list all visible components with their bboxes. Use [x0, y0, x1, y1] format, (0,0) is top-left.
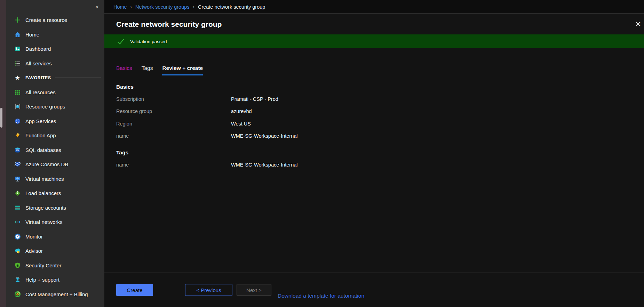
- sidebar-item-dashboard[interactable]: Dashboard: [6, 42, 104, 56]
- sidebar-item-app-services[interactable]: App Services: [6, 114, 104, 129]
- section-title-basics: Basics: [116, 84, 644, 90]
- row-label: name: [116, 133, 231, 139]
- sidebar-item-label: All services: [25, 60, 52, 66]
- sidebar-item-label: Security Center: [25, 262, 61, 268]
- sidebar-item-label: App Services: [25, 118, 56, 124]
- sidebar-item-label: SQL databases: [25, 147, 61, 153]
- sidebar-item-help-support[interactable]: Help + support: [6, 273, 104, 287]
- dashboard-icon: [14, 46, 21, 52]
- sidebar-item-label: Help + support: [25, 277, 59, 283]
- svg-text:SQL: SQL: [16, 150, 19, 151]
- advisor-icon: [14, 248, 21, 254]
- resource-groups-icon: [14, 103, 21, 110]
- sidebar-item-label: Create a resource: [25, 17, 67, 23]
- breadcrumb: Home › Network security groups › Create …: [104, 0, 644, 14]
- validation-banner-text: Validation passed: [130, 39, 167, 44]
- load-balancers-icon: [14, 190, 21, 196]
- sidebar-item-label: Home: [25, 32, 39, 38]
- sidebar-item-monitor[interactable]: Monitor: [6, 229, 104, 244]
- section-title-tags: Tags: [116, 150, 644, 156]
- review-row-tag-name: name WME-SG-Workspace-Internal: [116, 159, 644, 171]
- monitor-icon: [14, 233, 21, 240]
- tab-tags[interactable]: Tags: [142, 65, 153, 75]
- validation-banner: Validation passed: [104, 34, 644, 48]
- sidebar-item-label: All resources: [25, 89, 56, 95]
- home-icon: [14, 31, 21, 38]
- breadcrumb-current: Create network security group: [198, 4, 265, 10]
- download-template-link[interactable]: Download a template for automation: [278, 293, 364, 299]
- sidebar-item-label: Advisor: [25, 248, 43, 254]
- close-icon[interactable]: ✕: [633, 21, 643, 28]
- row-value: West US: [231, 121, 251, 127]
- sidebar-item-label: Resource groups: [25, 104, 65, 110]
- sidebar-item-label: Storage accounts: [25, 205, 66, 211]
- row-value: azurevhd: [231, 108, 252, 114]
- sidebar-item-storage-accounts[interactable]: Storage accounts: [6, 201, 104, 215]
- virtual-machines-icon: [14, 176, 21, 182]
- row-label: Region: [116, 121, 231, 127]
- favorites-divider: [55, 78, 101, 78]
- row-value: WME-SG-Workspace-Internal: [231, 133, 298, 139]
- breadcrumb-nsg-link[interactable]: Network security groups: [135, 4, 190, 10]
- breadcrumb-home-link[interactable]: Home: [113, 4, 127, 10]
- previous-button[interactable]: < Previous: [185, 284, 232, 296]
- create-button[interactable]: Create: [116, 284, 153, 296]
- cosmos-db-icon: [14, 161, 21, 168]
- main-panel: Home › Network security groups › Create …: [104, 0, 644, 307]
- tab-review-create[interactable]: Review + create: [162, 65, 203, 75]
- sidebar-item-load-balancers[interactable]: Load balancers: [6, 186, 104, 201]
- breadcrumb-separator: ›: [130, 4, 132, 9]
- check-icon: [117, 38, 125, 45]
- all-resources-icon: [14, 89, 21, 96]
- sidebar-item-function-app[interactable]: Function App: [6, 128, 104, 143]
- favorites-header: ★ FAVORITES: [6, 71, 104, 85]
- tags-rows: name WME-SG-Workspace-Internal: [116, 159, 644, 171]
- sidebar-item-label: Virtual machines: [25, 176, 64, 182]
- sidebar-item-label: Monitor: [25, 234, 43, 240]
- review-row-name: name WME-SG-Workspace-Internal: [116, 130, 644, 143]
- sidebar-item-azure-cosmos-db[interactable]: Azure Cosmos DB: [6, 157, 104, 172]
- scrollbar-thumb[interactable]: [0, 108, 2, 128]
- sidebar-item-all-services[interactable]: All services: [6, 56, 104, 71]
- plus-icon: [14, 17, 21, 23]
- next-button[interactable]: Next >: [237, 284, 271, 296]
- help-support-icon: [14, 276, 21, 283]
- row-label: Resource group: [116, 108, 231, 114]
- sidebar-item-create-a-resource[interactable]: Create a resource: [6, 13, 104, 27]
- favorites-label: FAVORITES: [25, 75, 51, 80]
- row-value: Pramati - CSP - Prod: [231, 96, 278, 102]
- storage-accounts-icon: [14, 204, 21, 211]
- star-icon: ★: [14, 74, 21, 81]
- row-value: WME-SG-Workspace-Internal: [231, 162, 298, 168]
- sidebar-item-label: Cost Management + Billing: [25, 291, 88, 297]
- sidebar-item-virtual-machines[interactable]: Virtual machines: [6, 172, 104, 186]
- virtual-networks-icon: [14, 219, 21, 225]
- cost-management-icon: $: [14, 291, 21, 298]
- review-row-region: Region West US: [116, 118, 644, 130]
- sidebar-item-resource-groups[interactable]: Resource groups: [6, 99, 104, 114]
- sidebar-item-label: Azure Cosmos DB: [25, 161, 68, 167]
- sidebar-item-virtual-networks[interactable]: Virtual networks: [6, 215, 104, 229]
- sidebar-item-cost-management-billing[interactable]: $ Cost Management + Billing: [6, 287, 104, 302]
- tab-basics[interactable]: Basics: [116, 65, 132, 75]
- review-content: Basics Tags Review + create Basics Subsc…: [104, 48, 644, 307]
- sidebar-item-security-center[interactable]: Security Center: [6, 258, 104, 273]
- sidebar-item-home[interactable]: Home: [6, 27, 104, 42]
- row-label: Subscription: [116, 96, 231, 102]
- footer-action-bar: Create < Previous Next > Download a temp…: [104, 273, 644, 307]
- review-row-subscription: Subscription Pramati - CSP - Prod: [116, 93, 644, 105]
- page-title: Create network security group: [116, 20, 222, 29]
- left-edge-strip: [0, 0, 6, 307]
- tab-bar: Basics Tags Review + create: [116, 65, 644, 75]
- sidebar-item-label: Function App: [25, 132, 56, 138]
- sidebar-item-advisor[interactable]: Advisor: [6, 244, 104, 258]
- all-services-icon: [14, 60, 21, 67]
- sidebar-item-label: Load balancers: [25, 190, 61, 196]
- sql-databases-icon: SQL: [14, 147, 21, 153]
- sidebar-item-label: Virtual networks: [25, 219, 62, 225]
- collapse-sidebar-icon[interactable]: «: [95, 3, 99, 10]
- sidebar-item-sql-databases[interactable]: SQL SQL databases: [6, 143, 104, 157]
- sidebar-item-label: Dashboard: [25, 46, 51, 52]
- app-services-icon: [14, 118, 21, 124]
- sidebar-item-all-resources[interactable]: All resources: [6, 85, 104, 100]
